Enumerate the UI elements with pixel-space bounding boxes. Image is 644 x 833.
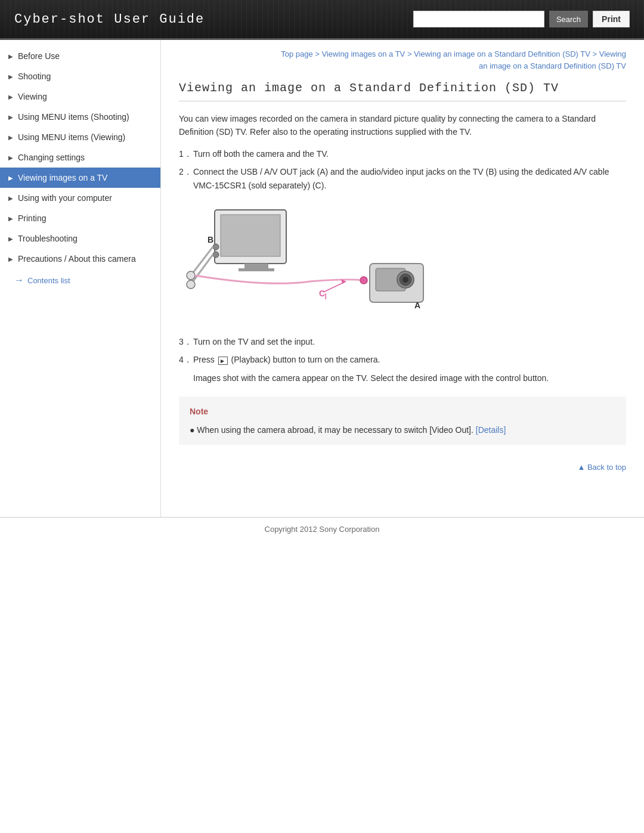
playback-icon — [218, 357, 228, 365]
svg-text:A: A — [414, 301, 420, 310]
contents-list-link[interactable]: → Contents list — [0, 269, 160, 294]
step-2: 2． Connect the USB / A/V OUT jack (A) an… — [179, 165, 626, 192]
step-4: 4． Press (Playback) button to turn on th… — [179, 353, 626, 366]
step-2-num: 2． — [179, 165, 193, 192]
contents-list-label: Contents list — [27, 276, 70, 285]
arrow-icon: ▶ — [8, 73, 13, 80]
svg-point-6 — [213, 252, 219, 258]
sidebar-item-printing[interactable]: ▶ Printing — [0, 208, 160, 228]
search-input[interactable] — [413, 11, 544, 27]
svg-text:C: C — [319, 289, 325, 298]
arrow-icon: ▶ — [8, 236, 13, 242]
sidebar-item-label: Viewing — [18, 92, 47, 101]
arrow-icon: ▶ — [8, 195, 13, 202]
step-2-text: Connect the USB / A/V OUT jack (A) and t… — [193, 165, 626, 192]
sidebar-item-changing-settings[interactable]: ▶ Changing settings — [0, 147, 160, 168]
arrow-icon: ▶ — [8, 53, 13, 60]
arrow-right-icon: → — [14, 275, 24, 286]
sidebar: ▶ Before Use ▶ Shooting ▶ Viewing ▶ Usin… — [0, 40, 161, 517]
sidebar-item-label: Precautions / About this camera — [18, 254, 136, 264]
header-controls: Search Print — [413, 11, 630, 27]
step-3-num: 3． — [179, 335, 193, 348]
arrow-icon: ▶ — [8, 134, 13, 141]
page-title: Viewing an image on a Standard Definitio… — [179, 81, 626, 101]
svg-line-7 — [191, 247, 213, 275]
connection-diagram: B — [179, 204, 429, 323]
arrow-icon: ▶ — [8, 175, 13, 181]
sidebar-item-label: Using with your computer — [18, 193, 112, 203]
sidebar-item-label: Using MENU items (Shooting) — [18, 112, 129, 122]
sidebar-item-before-use[interactable]: ▶ Before Use — [0, 46, 160, 66]
sidebar-item-precautions[interactable]: ▶ Precautions / About this camera — [0, 249, 160, 269]
step-3-text: Turn on the TV and set the input. — [193, 335, 315, 348]
copyright-text: Copyright 2012 Sony Corporation — [265, 525, 380, 534]
sidebar-item-shooting[interactable]: ▶ Shooting — [0, 66, 160, 86]
svg-rect-1 — [221, 215, 280, 256]
arrow-icon: ▶ — [8, 94, 13, 100]
back-to-top-row: ▲ Back to top — [179, 457, 626, 474]
note-title: Note — [190, 405, 615, 418]
content-body: You can view images recorded on the came… — [179, 112, 626, 474]
breadcrumb-viewing-tv[interactable]: Viewing images on a TV — [322, 49, 405, 58]
step-1-text: Turn off both the camera and the TV. — [193, 147, 329, 160]
breadcrumb: Top page > Viewing images on a TV > View… — [179, 48, 626, 72]
sidebar-item-troubleshooting[interactable]: ▶ Troubleshooting — [0, 228, 160, 249]
diagram-area: B — [179, 204, 626, 323]
sidebar-item-label: Shooting — [18, 72, 51, 81]
sidebar-item-menu-viewing[interactable]: ▶ Using MENU items (Viewing) — [0, 127, 160, 147]
svg-rect-3 — [239, 268, 274, 271]
details-link[interactable]: [Details] — [476, 425, 506, 435]
svg-point-9 — [187, 271, 195, 280]
svg-rect-2 — [244, 264, 268, 268]
sidebar-item-label: Changing settings — [18, 153, 85, 162]
header: Cyber-shot User Guide Search Print — [0, 0, 644, 40]
main-content: Top page > Viewing images on a TV > View… — [161, 40, 644, 517]
note-content: ● When using the camera abroad, it may b… — [190, 423, 615, 436]
sidebar-item-label: Printing — [18, 213, 46, 223]
svg-point-11 — [360, 277, 367, 284]
arrow-icon: ▶ — [8, 256, 13, 262]
step-4-num: 4． — [179, 353, 193, 366]
search-button[interactable]: Search — [549, 11, 588, 27]
sidebar-item-viewing[interactable]: ▶ Viewing — [0, 86, 160, 107]
site-title: Cyber-shot User Guide — [14, 12, 205, 27]
step-1-num: 1． — [179, 147, 193, 160]
svg-point-5 — [213, 244, 219, 250]
main-layout: ▶ Before Use ▶ Shooting ▶ Viewing ▶ Usin… — [0, 40, 644, 517]
step-4-extra: Images shot with the camera appear on th… — [193, 371, 626, 385]
svg-point-10 — [187, 280, 195, 289]
sidebar-item-label: Viewing images on a TV — [18, 173, 107, 182]
print-button[interactable]: Print — [593, 11, 630, 27]
arrow-icon: ▶ — [8, 154, 13, 161]
step-1: 1． Turn off both the camera and the TV. — [179, 147, 626, 160]
sidebar-item-label: Using MENU items (Viewing) — [18, 132, 125, 142]
svg-line-8 — [191, 255, 213, 284]
arrow-icon: ▶ — [8, 114, 13, 120]
step-3: 3． Turn on the TV and set the input. — [179, 335, 626, 348]
sidebar-item-viewing-tv[interactable]: ▶ Viewing images on a TV — [0, 168, 160, 188]
sidebar-item-computer[interactable]: ▶ Using with your computer — [0, 188, 160, 208]
step-4-text: Press (Playback) button to turn on the c… — [193, 353, 380, 366]
back-to-top-link[interactable]: ▲ Back to top — [577, 463, 626, 472]
intro-paragraph: You can view images recorded on the came… — [179, 112, 626, 139]
svg-text:B: B — [208, 235, 213, 244]
breadcrumb-top[interactable]: Top page — [281, 49, 313, 58]
svg-point-16 — [402, 277, 408, 283]
note-box: Note ● When using the camera abroad, it … — [179, 397, 626, 445]
footer: Copyright 2012 Sony Corporation — [0, 517, 644, 541]
note-text: When using the camera abroad, it may be … — [197, 425, 475, 435]
sidebar-item-label: Before Use — [18, 51, 60, 61]
breadcrumb-sd-tv[interactable]: Viewing an image on a Standard Definitio… — [414, 49, 590, 58]
sidebar-item-label: Troubleshooting — [18, 234, 78, 243]
arrow-icon: ▶ — [8, 215, 13, 222]
sidebar-item-menu-shooting[interactable]: ▶ Using MENU items (Shooting) — [0, 107, 160, 127]
